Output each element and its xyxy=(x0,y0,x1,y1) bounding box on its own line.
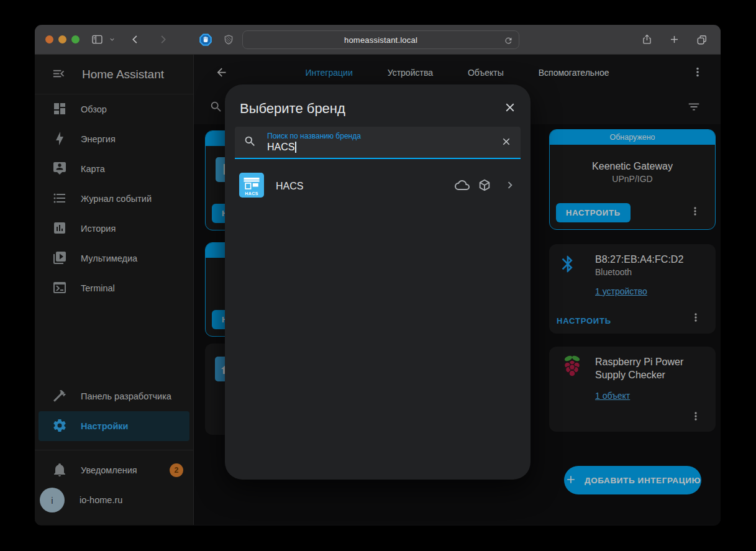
tab-overview-button[interactable] xyxy=(695,32,709,47)
brand-result-name: HACS xyxy=(276,181,303,192)
zoom-window-button[interactable] xyxy=(71,35,80,43)
sidebar-menu-chevron[interactable] xyxy=(107,35,117,44)
new-tab-button[interactable] xyxy=(667,32,681,47)
share-icon xyxy=(641,33,653,46)
search-icon xyxy=(244,135,257,150)
browser-chrome: homeassistant.local xyxy=(35,25,721,55)
reload-button[interactable] xyxy=(503,35,514,47)
dialog-title: Выберите бренд xyxy=(225,84,531,117)
hacs-logo-text: HACS xyxy=(245,191,258,196)
desktop-background: homeassistant.local xyxy=(0,0,756,551)
back-button[interactable] xyxy=(128,32,142,47)
text-cursor xyxy=(295,142,296,153)
forward-button[interactable] xyxy=(156,32,170,47)
sidebar-icon xyxy=(91,33,104,46)
brand-search-input[interactable]: Поиск по названию бренда HACS xyxy=(235,127,521,159)
sidebar-toggle-button[interactable] xyxy=(89,32,105,47)
browser-window: homeassistant.local xyxy=(35,25,721,526)
cloud-icon xyxy=(455,178,470,195)
search-field-label: Поиск по названию бренда xyxy=(267,132,361,140)
search-field-value: HACS xyxy=(267,141,294,153)
copy-tabs-icon xyxy=(696,34,708,46)
address-bar[interactable]: homeassistant.local xyxy=(242,30,519,49)
privacy-report-button[interactable] xyxy=(222,32,235,47)
chevron-down-icon xyxy=(109,36,116,43)
close-icon xyxy=(503,107,517,116)
close-icon xyxy=(501,140,512,149)
shield-icon xyxy=(223,34,234,46)
chevron-right-icon xyxy=(503,178,517,194)
url-text: homeassistant.local xyxy=(344,35,417,45)
minimize-window-button[interactable] xyxy=(58,35,66,43)
hacs-logo: HACS xyxy=(239,173,264,200)
clear-search-button[interactable] xyxy=(501,136,512,149)
close-window-button[interactable] xyxy=(45,35,53,43)
brand-result-hacs[interactable]: HACS HACS xyxy=(225,169,531,204)
adblock-extension-button[interactable] xyxy=(198,32,214,48)
plus-icon xyxy=(668,34,680,45)
window-controls xyxy=(45,35,80,43)
chevron-right-icon xyxy=(157,34,169,45)
adblock-hand-icon xyxy=(199,33,212,47)
chevron-left-icon xyxy=(129,34,141,45)
package-icon xyxy=(478,178,491,194)
reload-icon xyxy=(504,36,513,45)
dialog-close-button[interactable] xyxy=(503,101,517,116)
brand-picker-dialog: Выберите бренд Поиск по названию бренда … xyxy=(225,84,531,480)
share-button[interactable] xyxy=(640,32,654,47)
